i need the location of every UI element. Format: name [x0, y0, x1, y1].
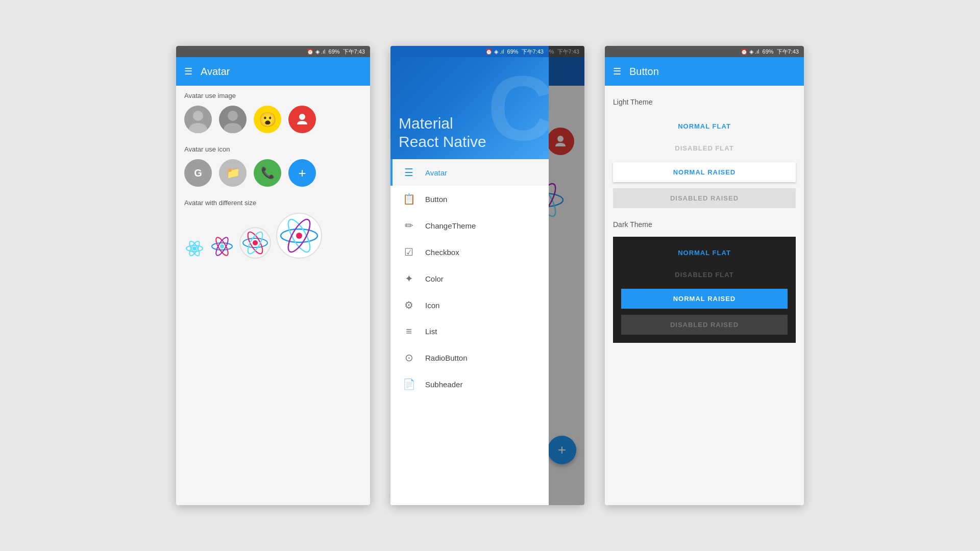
btn-normal-flat-light[interactable]: NORMAL FLAT [670, 118, 739, 134]
atom-small-2 [210, 234, 234, 259]
atom-small-1 [184, 238, 205, 259]
btn-disabled-raised-light: DISABLED RAISED [613, 188, 796, 208]
light-theme-area: NORMAL FLAT DISABLED FLAT NORMAL RAISED … [613, 110, 796, 216]
radiobutton-menu-icon: ⊙ [403, 352, 415, 364]
checkbox-menu-label: Checkbox [425, 248, 459, 257]
btn-normal-raised-light[interactable]: NORMAL RAISED [613, 162, 796, 182]
menu-item-checkbox[interactable]: ☑ Checkbox [390, 239, 549, 265]
menu-item-icon[interactable]: ⚙ Icon [390, 292, 549, 318]
radiobutton-menu-label: RadioButton [425, 354, 468, 362]
btn-disabled-flat-dark: DISABLED FLAT [667, 267, 742, 283]
drawer-scrim[interactable] [549, 46, 584, 505]
avatar-icon-g: G [184, 159, 212, 187]
status-icons-3: ⏰ ◈ .ıl [741, 48, 760, 55]
subheader-menu-icon: 📄 [403, 378, 415, 390]
menu-item-avatar[interactable]: ☰ Avatar [390, 159, 549, 186]
status-bar-2: ⏰ ◈ .ıl 69% 下午7:43 [390, 46, 549, 57]
svg-point-11 [220, 244, 224, 248]
page-title-1: Avatar [201, 66, 230, 78]
menu-item-color[interactable]: ✦ Color [390, 265, 549, 292]
dark-theme-area: NORMAL FLAT DISABLED FLAT NORMAL RAISED … [613, 237, 796, 343]
avatar-image-row: 😮 [176, 103, 370, 139]
svg-point-4 [228, 111, 238, 121]
avatar-woman [219, 106, 247, 133]
btn-disabled-flat-light: DISABLED FLAT [667, 140, 742, 156]
section-label-avatar-icon: Avatar use icon [176, 139, 370, 156]
phone3: ⏰ ◈ .ıl 69% 下午7:43 ☰ Button Light Theme … [605, 46, 804, 505]
menu-item-radiobutton[interactable]: ⊙ RadioButton [390, 344, 549, 371]
time-3: 下午7:43 [777, 48, 799, 56]
drawer-bg-letter: C [487, 62, 549, 154]
status-icons-1: ⏰ ◈ .ıl [307, 48, 326, 55]
drawer-title-line2: React Native [399, 133, 486, 151]
dark-theme-label: Dark Theme [613, 216, 796, 233]
atom-medium [239, 227, 271, 259]
icon-menu-label: Icon [425, 301, 439, 310]
avatar-menu-label: Avatar [425, 168, 447, 177]
avatar-red [288, 106, 316, 133]
avatar-icon-phone: 📞 [254, 159, 281, 187]
button-content: Light Theme NORMAL FLAT DISABLED FLAT NO… [605, 86, 804, 505]
avatar-icon-row: G 📁 📞 + [176, 156, 370, 193]
menu-item-button[interactable]: 📋 Button [390, 186, 549, 212]
battery-1: 69% [329, 48, 340, 55]
time-2: 下午7:43 [522, 48, 544, 56]
page-title-3: Button [629, 66, 659, 78]
drawer-panel: ⏰ ◈ .ıl 69% 下午7:43 C Material React Nati… [390, 46, 549, 505]
list-menu-label: List [425, 327, 437, 336]
menu-list: ☰ Avatar 📋 Button ✏ ChangeTheme ☑ Checkb… [390, 159, 549, 505]
btn-normal-raised-dark[interactable]: NORMAL RAISED [621, 289, 788, 309]
button-menu-icon: 📋 [403, 193, 415, 205]
button-menu-label: Button [425, 195, 447, 204]
status-bar-3: ⏰ ◈ .ıl 69% 下午7:43 [605, 46, 804, 57]
changetheme-menu-label: ChangeTheme [425, 221, 476, 230]
avatar-icon-add[interactable]: + [288, 159, 316, 187]
subheader-menu-label: Subheader [425, 380, 462, 389]
drawer-header-text: Material React Native [399, 114, 486, 151]
avatar-menu-icon: ☰ [403, 166, 415, 179]
btn-normal-flat-dark[interactable]: NORMAL FLAT [670, 245, 739, 261]
avatar-man [184, 106, 212, 133]
app-bar-1: ☰ Avatar [176, 57, 370, 86]
time-1: 下午7:43 [343, 48, 365, 56]
status-icons-2: ⏰ ◈ .ıl [485, 48, 504, 55]
menu-item-changetheme[interactable]: ✏ ChangeTheme [390, 212, 549, 239]
checkbox-menu-icon: ☑ [403, 246, 415, 258]
list-menu-icon: ≡ [403, 325, 415, 337]
battery-3: 69% [763, 48, 774, 55]
changetheme-menu-icon: ✏ [403, 219, 415, 232]
phone2: ⏰ ◈ .ıl 69% 下午7:43 + [390, 46, 584, 505]
svg-point-15 [253, 240, 258, 245]
menu-item-list[interactable]: ≡ List [390, 318, 549, 344]
light-theme-label: Light Theme [613, 94, 796, 110]
atom-large [276, 213, 322, 259]
btn-disabled-raised-dark: DISABLED RAISED [621, 315, 788, 335]
hamburger-icon-1[interactable]: ☰ [184, 66, 192, 77]
svg-point-6 [299, 114, 305, 120]
drawer-title-line1: Material [399, 114, 486, 133]
app-bar-3: ☰ Button [605, 57, 804, 86]
section-label-avatar-image: Avatar use image [176, 86, 370, 103]
svg-point-7 [192, 246, 197, 251]
status-bar-1: ⏰ ◈ .ıl 69% 下午7:43 [176, 46, 370, 57]
color-menu-label: Color [425, 274, 444, 283]
avatar-icon-folder: 📁 [219, 159, 247, 187]
section-label-avatar-size: Avatar with different size [176, 193, 370, 210]
menu-item-subheader[interactable]: 📄 Subheader [390, 371, 549, 397]
color-menu-icon: ✦ [403, 272, 415, 285]
avatar-content: Avatar use image [176, 86, 370, 505]
avatar-size-row [176, 210, 370, 265]
drawer-header: C Material React Native [390, 57, 549, 159]
battery-2: 69% [507, 48, 519, 55]
icon-menu-icon: ⚙ [403, 299, 415, 311]
hamburger-icon-3[interactable]: ☰ [613, 66, 621, 77]
avatar-emoji: 😮 [254, 106, 281, 133]
svg-point-1 [193, 111, 203, 121]
phone1: ⏰ ◈ .ıl 69% 下午7:43 ☰ Avatar Avatar use i… [176, 46, 370, 505]
svg-point-19 [296, 233, 302, 239]
